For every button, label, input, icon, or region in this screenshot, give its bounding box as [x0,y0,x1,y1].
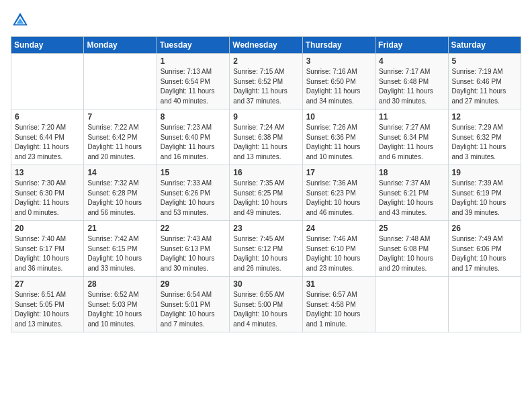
calendar-cell: 14Sunrise: 7:32 AM Sunset: 6:28 PM Dayli… [84,165,157,221]
day-number: 4 [379,56,444,66]
page-header [11,11,521,30]
calendar-week-row: 1Sunrise: 7:13 AM Sunset: 6:54 PM Daylig… [11,54,521,109]
calendar-cell: 30Sunrise: 6:55 AM Sunset: 5:00 PM Dayli… [230,277,302,332]
day-number: 20 [15,224,80,233]
day-info: Sunrise: 7:23 AM Sunset: 6:40 PM Dayligh… [161,123,226,162]
calendar-cell: 23Sunrise: 7:45 AM Sunset: 6:12 PM Dayli… [230,221,302,277]
day-info: Sunrise: 6:55 AM Sunset: 5:00 PM Dayligh… [233,290,298,329]
calendar-cell: 24Sunrise: 7:46 AM Sunset: 6:10 PM Dayli… [302,221,375,277]
day-info: Sunrise: 7:37 AM Sunset: 6:21 PM Dayligh… [379,179,444,218]
day-info: Sunrise: 6:54 AM Sunset: 5:01 PM Dayligh… [161,290,226,329]
calendar-cell [11,54,84,109]
day-number: 5 [452,56,517,66]
day-info: Sunrise: 7:29 AM Sunset: 6:32 PM Dayligh… [452,123,517,162]
calendar-cell: 8Sunrise: 7:23 AM Sunset: 6:40 PM Daylig… [157,109,229,165]
day-info: Sunrise: 6:52 AM Sunset: 5:03 PM Dayligh… [87,290,152,329]
weekday-header-tuesday: Tuesday [157,37,229,54]
day-info: Sunrise: 6:57 AM Sunset: 4:58 PM Dayligh… [306,290,371,329]
calendar-cell: 26Sunrise: 7:49 AM Sunset: 6:06 PM Dayli… [448,221,521,277]
day-info: Sunrise: 7:13 AM Sunset: 6:54 PM Dayligh… [161,67,226,106]
calendar-cell: 15Sunrise: 7:33 AM Sunset: 6:26 PM Dayli… [157,165,229,221]
calendar-cell: 10Sunrise: 7:26 AM Sunset: 6:36 PM Dayli… [302,109,375,165]
day-number: 18 [379,168,444,177]
day-info: Sunrise: 7:22 AM Sunset: 6:42 PM Dayligh… [87,123,152,162]
logo [11,11,32,30]
calendar-week-row: 27Sunrise: 6:51 AM Sunset: 5:05 PM Dayli… [11,277,521,332]
day-info: Sunrise: 7:42 AM Sunset: 6:15 PM Dayligh… [87,234,152,273]
calendar-cell: 29Sunrise: 6:54 AM Sunset: 5:01 PM Dayli… [157,277,229,332]
calendar-cell: 6Sunrise: 7:20 AM Sunset: 6:44 PM Daylig… [11,109,84,165]
calendar-cell: 16Sunrise: 7:35 AM Sunset: 6:25 PM Dayli… [230,165,302,221]
day-info: Sunrise: 7:15 AM Sunset: 6:52 PM Dayligh… [233,67,298,106]
calendar-table: SundayMondayTuesdayWednesdayThursdayFrid… [11,36,521,332]
day-info: Sunrise: 7:26 AM Sunset: 6:36 PM Dayligh… [306,123,371,162]
day-number: 29 [161,279,226,289]
day-number: 30 [233,279,298,289]
day-number: 6 [15,112,80,122]
calendar-header-row: SundayMondayTuesdayWednesdayThursdayFrid… [11,37,521,54]
day-number: 9 [233,112,298,122]
calendar-cell: 2Sunrise: 7:15 AM Sunset: 6:52 PM Daylig… [230,54,302,109]
calendar-cell: 4Sunrise: 7:17 AM Sunset: 6:48 PM Daylig… [375,54,448,109]
calendar-cell: 19Sunrise: 7:39 AM Sunset: 6:19 PM Dayli… [448,165,521,221]
day-number: 8 [161,112,226,122]
weekday-header-sunday: Sunday [11,37,84,54]
calendar-cell: 27Sunrise: 6:51 AM Sunset: 5:05 PM Dayli… [11,277,84,332]
calendar-cell: 28Sunrise: 6:52 AM Sunset: 5:03 PM Dayli… [84,277,157,332]
day-number: 1 [161,56,226,66]
calendar-cell: 21Sunrise: 7:42 AM Sunset: 6:15 PM Dayli… [84,221,157,277]
calendar-week-row: 13Sunrise: 7:30 AM Sunset: 6:30 PM Dayli… [11,165,521,221]
day-info: Sunrise: 7:19 AM Sunset: 6:46 PM Dayligh… [452,67,517,106]
calendar-cell: 18Sunrise: 7:37 AM Sunset: 6:21 PM Dayli… [375,165,448,221]
calendar-cell: 25Sunrise: 7:48 AM Sunset: 6:08 PM Dayli… [375,221,448,277]
calendar-cell: 11Sunrise: 7:27 AM Sunset: 6:34 PM Dayli… [375,109,448,165]
calendar-cell: 20Sunrise: 7:40 AM Sunset: 6:17 PM Dayli… [11,221,84,277]
calendar-cell: 9Sunrise: 7:24 AM Sunset: 6:38 PM Daylig… [230,109,302,165]
day-number: 11 [379,112,444,122]
day-info: Sunrise: 7:33 AM Sunset: 6:26 PM Dayligh… [161,179,226,218]
day-info: Sunrise: 7:39 AM Sunset: 6:19 PM Dayligh… [452,179,517,218]
day-number: 23 [233,224,298,233]
day-info: Sunrise: 7:46 AM Sunset: 6:10 PM Dayligh… [306,234,371,273]
calendar-cell: 31Sunrise: 6:57 AM Sunset: 4:58 PM Dayli… [302,277,375,332]
day-info: Sunrise: 7:27 AM Sunset: 6:34 PM Dayligh… [379,123,444,162]
weekday-header-monday: Monday [84,37,157,54]
day-info: Sunrise: 6:51 AM Sunset: 5:05 PM Dayligh… [15,290,80,329]
day-number: 24 [306,224,371,233]
calendar-cell: 5Sunrise: 7:19 AM Sunset: 6:46 PM Daylig… [448,54,521,109]
day-number: 12 [452,112,517,122]
calendar-cell: 3Sunrise: 7:16 AM Sunset: 6:50 PM Daylig… [302,54,375,109]
calendar-cell: 7Sunrise: 7:22 AM Sunset: 6:42 PM Daylig… [84,109,157,165]
day-info: Sunrise: 7:17 AM Sunset: 6:48 PM Dayligh… [379,67,444,106]
day-info: Sunrise: 7:40 AM Sunset: 6:17 PM Dayligh… [15,234,80,273]
day-number: 31 [306,279,371,289]
day-info: Sunrise: 7:45 AM Sunset: 6:12 PM Dayligh… [233,234,298,273]
weekday-header-saturday: Saturday [448,37,521,54]
day-number: 22 [161,224,226,233]
day-number: 13 [15,168,80,177]
day-number: 7 [87,112,152,122]
day-number: 3 [306,56,371,66]
weekday-header-wednesday: Wednesday [230,37,302,54]
calendar-cell: 22Sunrise: 7:43 AM Sunset: 6:13 PM Dayli… [157,221,229,277]
day-number: 17 [306,168,371,177]
calendar-cell: 17Sunrise: 7:36 AM Sunset: 6:23 PM Dayli… [302,165,375,221]
day-info: Sunrise: 7:36 AM Sunset: 6:23 PM Dayligh… [306,179,371,218]
day-number: 21 [87,224,152,233]
logo-icon [11,11,30,30]
day-info: Sunrise: 7:16 AM Sunset: 6:50 PM Dayligh… [306,67,371,106]
calendar-week-row: 6Sunrise: 7:20 AM Sunset: 6:44 PM Daylig… [11,109,521,165]
calendar-cell [448,277,521,332]
day-info: Sunrise: 7:48 AM Sunset: 6:08 PM Dayligh… [379,234,444,273]
day-info: Sunrise: 7:24 AM Sunset: 6:38 PM Dayligh… [233,123,298,162]
day-number: 15 [161,168,226,177]
calendar-cell [375,277,448,332]
calendar-cell: 1Sunrise: 7:13 AM Sunset: 6:54 PM Daylig… [157,54,229,109]
calendar-cell: 13Sunrise: 7:30 AM Sunset: 6:30 PM Dayli… [11,165,84,221]
day-number: 27 [15,279,80,289]
day-info: Sunrise: 7:20 AM Sunset: 6:44 PM Dayligh… [15,123,80,162]
day-number: 14 [87,168,152,177]
day-number: 19 [452,168,517,177]
day-number: 25 [379,224,444,233]
weekday-header-thursday: Thursday [302,37,375,54]
